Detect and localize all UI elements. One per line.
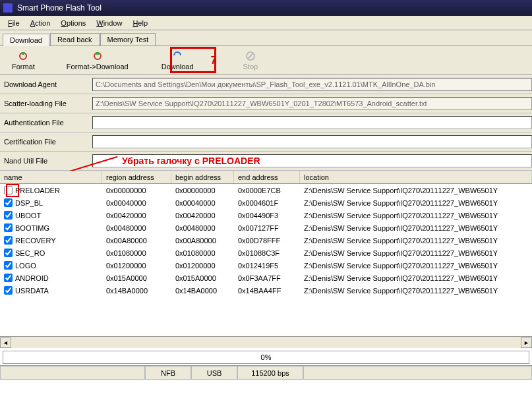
row-location: Z:\Denis\SW Service Support\IQ270\201112… <box>300 287 532 295</box>
download-agent-input[interactable] <box>92 78 532 91</box>
row-region: 0x00480000 <box>102 224 171 232</box>
stop-button[interactable]: Stop <box>237 48 265 73</box>
auth-label: Authentication File <box>0 119 92 127</box>
download-agent-row: Download Agent <box>0 75 532 94</box>
scroll-left-icon[interactable]: ◄ <box>0 338 11 348</box>
row-end: 0x004490F3 <box>234 212 300 220</box>
row-location: Z:\Denis\SW Service Support\IQ270\201112… <box>300 262 532 270</box>
row-end: 0x0004601F <box>234 199 300 207</box>
format-icon <box>18 51 28 61</box>
table-row[interactable]: ANDROID0x015A00000x015A00000x0F3AA7FFZ:\… <box>0 272 532 284</box>
row-begin: 0x00A80000 <box>171 237 234 245</box>
table-row[interactable]: RECOVERY0x00A800000x00A800000x00D78FFFZ:… <box>0 234 532 247</box>
titlebar: Smart Phone Flash Tool <box>0 0 532 16</box>
table-row[interactable]: PRELOADER0x000000000x000000000x0000E7CBZ… <box>0 184 532 196</box>
th-end[interactable]: end address <box>234 171 300 183</box>
row-checkbox[interactable] <box>4 249 13 257</box>
table-row[interactable]: LOGO0x012000000x012000000x012419F5Z:\Den… <box>0 259 532 272</box>
table-row[interactable]: USRDATA0x14BA00000x14BA00000x14BAA4FFZ:\… <box>0 284 532 297</box>
row-name: USRDATA <box>15 287 49 295</box>
row-region: 0x00420000 <box>102 212 171 220</box>
row-name: BOOTIMG <box>15 224 49 232</box>
status-usb: USB <box>191 366 237 380</box>
row-region: 0x00040000 <box>102 199 171 207</box>
menu-file[interactable]: File <box>3 18 25 28</box>
download-agent-label: Download Agent <box>0 80 92 88</box>
table-row[interactable]: BOOTIMG0x004800000x004800000x007127FFZ:\… <box>0 221 532 234</box>
row-name: UBOOT <box>15 212 41 220</box>
row-checkbox[interactable] <box>4 186 13 194</box>
menu-help[interactable]: Help <box>127 18 153 28</box>
file-config: Download Agent Scatter-loading File Auth… <box>0 75 532 171</box>
menubar: File Action Options Window Help <box>0 16 532 30</box>
auth-row: Authentication File <box>0 113 532 132</box>
row-begin: 0x00040000 <box>171 199 234 207</box>
row-begin: 0x00480000 <box>171 224 234 232</box>
download-highlight <box>170 47 216 73</box>
th-region[interactable]: region address <box>102 171 171 183</box>
table-body: PRELOADER0x000000000x000000000x0000E7CBZ… <box>0 184 532 297</box>
row-name: LOGO <box>15 262 36 270</box>
svg-line-5 <box>248 53 253 59</box>
row-region: 0x01080000 <box>102 249 171 257</box>
cert-label: Certification File <box>0 138 92 146</box>
preloader-annotation: Убрать галочку с PRELOADER <box>122 156 260 166</box>
scatter-label: Scatter-loading File <box>0 100 92 107</box>
th-begin[interactable]: begin address <box>171 171 234 183</box>
row-location: Z:\Denis\SW Service Support\IQ270\201112… <box>300 199 532 207</box>
row-location: Z:\Denis\SW Service Support\IQ270\201112… <box>300 237 532 245</box>
menu-action[interactable]: Action <box>25 18 56 28</box>
th-location[interactable]: location <box>300 171 532 183</box>
row-begin: 0x01080000 <box>171 249 234 257</box>
svg-rect-3 <box>96 52 99 55</box>
scroll-right-icon[interactable]: ► <box>521 338 532 348</box>
row-checkbox[interactable] <box>4 236 13 245</box>
toolbar: Format Format->Download Download 7 Stop <box>0 46 532 75</box>
table-empty-space <box>0 297 532 336</box>
table-row[interactable]: SEC_RO0x010800000x010800000x01088C3FZ:\D… <box>0 247 532 259</box>
status-rest <box>303 366 532 380</box>
row-location: Z:\Denis\SW Service Support\IQ270\201112… <box>300 224 532 232</box>
row-name: SEC_RO <box>15 249 45 257</box>
table-row[interactable]: DSP_BL0x000400000x000400000x0004601FZ:\D… <box>0 196 532 209</box>
partition-table: name region address begin address end ad… <box>0 171 532 297</box>
row-begin: 0x01200000 <box>171 262 234 270</box>
menu-window[interactable]: Window <box>91 18 127 28</box>
format-download-button[interactable]: Format->Download <box>60 48 135 73</box>
row-checkbox[interactable] <box>4 286 13 295</box>
row-name: ANDROID <box>15 274 49 282</box>
row-location: Z:\Denis\SW Service Support\IQ270\201112… <box>300 249 532 257</box>
auth-input[interactable] <box>92 116 532 129</box>
menu-options[interactable]: Options <box>55 18 91 28</box>
row-end: 0x00D78FFF <box>234 237 300 245</box>
row-checkbox[interactable] <box>4 211 13 220</box>
th-name[interactable]: name <box>0 171 102 183</box>
tab-readback[interactable]: Read back <box>50 33 100 45</box>
row-end: 0x14BAA4FF <box>234 287 300 295</box>
row-end: 0x012419F5 <box>234 262 300 270</box>
row-end: 0x01088C3F <box>234 249 300 257</box>
scrollbar-horizontal[interactable]: ◄ ► <box>0 336 532 348</box>
row-region: 0x14BA0000 <box>102 287 171 295</box>
cert-input[interactable] <box>92 135 532 148</box>
row-checkbox[interactable] <box>4 274 13 282</box>
row-name: PRELOADER <box>15 187 60 194</box>
scatter-input[interactable] <box>92 97 532 110</box>
format-button[interactable]: Format <box>5 48 42 73</box>
row-end: 0x0000E7CB <box>234 187 300 194</box>
tab-download[interactable]: Download <box>3 34 49 46</box>
row-name: DSP_BL <box>15 199 43 207</box>
row-checkbox[interactable] <box>4 223 13 232</box>
row-checkbox[interactable] <box>4 198 13 207</box>
table-row[interactable]: UBOOT0x004200000x004200000x004490F3Z:\De… <box>0 209 532 221</box>
app-icon <box>3 3 13 13</box>
row-checkbox[interactable] <box>4 261 13 270</box>
row-begin: 0x14BA0000 <box>171 287 234 295</box>
progress-bar: 0% <box>3 351 529 364</box>
svg-rect-1 <box>22 52 24 55</box>
row-location: Z:\Denis\SW Service Support\IQ270\201112… <box>300 212 532 220</box>
status-baud: 115200 bps <box>237 366 303 380</box>
row-region: 0x01200000 <box>102 262 171 270</box>
tab-memtest[interactable]: Memory Test <box>100 33 156 45</box>
progress-text: 0% <box>261 353 272 361</box>
